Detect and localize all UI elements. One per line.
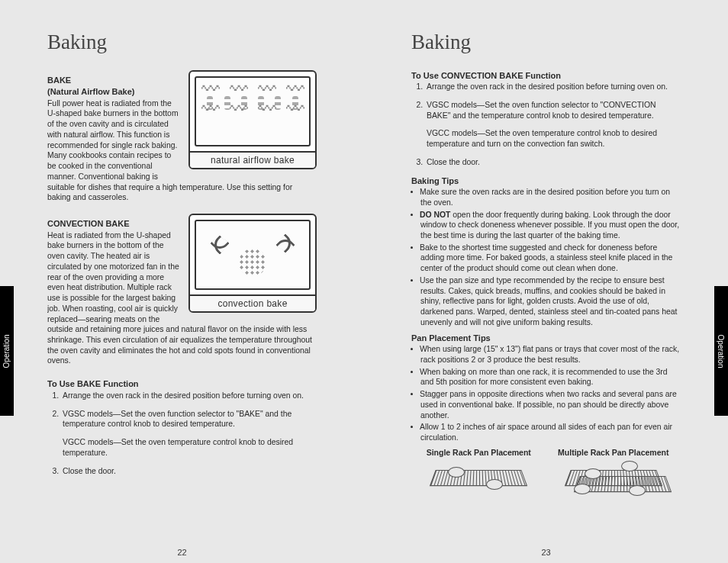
bake-section: 〰〰〰〰 〰〰〰〰 natural airflow bake BAKE (Nat… (47, 70, 317, 207)
tip-1: Make sure the oven racks are in the desi… (420, 187, 681, 208)
tip-2: DO NOT open the door frequently during b… (420, 210, 681, 241)
pan-tip-3: Stagger pans in opposite directions when… (420, 389, 681, 420)
figure-multi-rack: Multiple Rack Pan Placement (546, 448, 681, 507)
pan-tips-list: When using large (15" x 13") flat pans o… (411, 344, 681, 443)
tip-4: Use the pan size and type recommended by… (420, 275, 681, 328)
use-conv-heading: To Use CONVECTION BAKE Function (411, 70, 681, 82)
baking-tips-list: Make sure the oven racks are in the desi… (411, 187, 681, 328)
use-conv-steps: Arrange the oven rack in the desired pos… (411, 82, 681, 167)
placement-figures: Single Rack Pan Placement Multiple Rack … (411, 448, 681, 507)
page-right: Baking To Use CONVECTION BAKE Function A… (364, 29, 728, 540)
page-left: Baking 〰〰〰〰 〰〰〰〰 natural airflow bake BA… (0, 29, 364, 540)
page-title-left: Baking (47, 29, 317, 56)
use-bake-step-2-alt: VGCC models—Set the oven temperature con… (63, 437, 317, 458)
figure-caption-convection: convection bake (190, 294, 315, 311)
baking-tips-heading: Baking Tips (411, 175, 681, 187)
figure-single-rack: Single Rack Pan Placement (411, 448, 546, 507)
figure-natural-airflow: 〰〰〰〰 〰〰〰〰 natural airflow bake (188, 70, 317, 169)
use-conv-step-3: Close the door. (425, 157, 681, 168)
page-number-left: 22 (177, 547, 186, 558)
pan-tip-4: Allow 1 to 2 inches of air space around … (420, 422, 681, 442)
use-bake-steps: Arrange the oven rack in the desired pos… (47, 391, 317, 476)
use-bake-heading: To Use BAKE Function (47, 378, 317, 390)
use-bake-step-1: Arrange the oven rack in the desired pos… (61, 391, 317, 401)
use-conv-step-1: Arrange the oven rack in the desired pos… (425, 82, 681, 92)
tip-3: Bake to the shortest time suggested and … (420, 243, 681, 274)
figure-caption-natural: natural airflow bake (190, 151, 315, 168)
pan-tips-heading: Pan Placement Tips (411, 333, 681, 344)
page-spread: Baking 〰〰〰〰 〰〰〰〰 natural airflow bake BA… (0, 0, 728, 563)
use-bake-step-3: Close the door. (61, 466, 317, 477)
use-conv-step-2: VGSC models—Set the oven function select… (425, 100, 681, 150)
figure-convection: convection bake (188, 214, 317, 313)
pan-tip-1: When using large (15" x 13") flat pans o… (420, 344, 681, 365)
use-bake-step-2: VGSC models—Set the oven function select… (61, 409, 317, 458)
convection-section: convection bake CONVECTION BAKE Heat is … (47, 214, 317, 369)
figure-single-caption: Single Rack Pan Placement (411, 448, 546, 458)
use-conv-step-2-alt: VGCC models—Set the oven temperature con… (427, 128, 681, 149)
pan-tip-2: When baking on more than one rack, it is… (420, 367, 681, 388)
page-title-right: Baking (411, 29, 681, 56)
figure-multi-caption: Multiple Rack Pan Placement (546, 448, 681, 458)
page-number-right: 23 (541, 547, 550, 558)
